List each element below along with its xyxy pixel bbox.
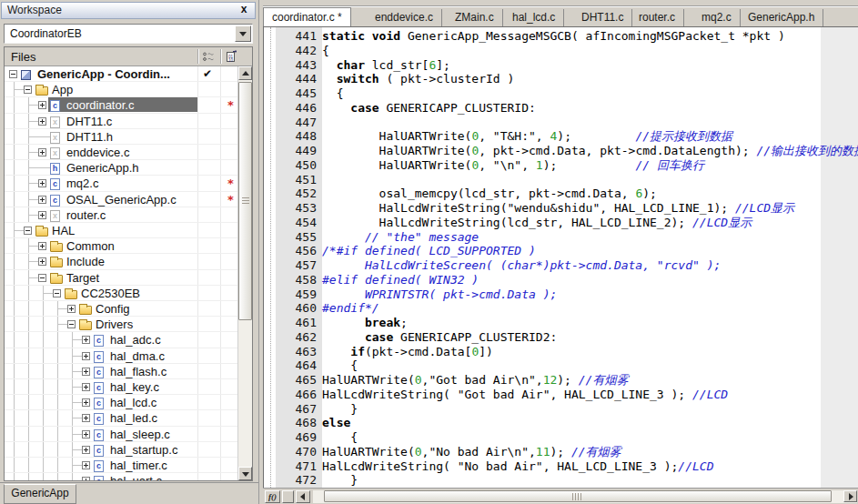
tree-item-dht11-c[interactable]: xDHT11.c — [5, 114, 237, 129]
expand-icon[interactable] — [38, 117, 46, 126]
files-header-label: Files — [11, 50, 35, 64]
tree-item-hal-key-c[interactable]: chal_key.c — [5, 379, 237, 395]
tree-guide-line — [43, 473, 44, 480]
tree-item-osal-genericapp-c[interactable]: cOSAL_GenericApp.c* — [5, 192, 237, 207]
line-number: 453 — [264, 201, 322, 216]
tree-item-hal-startup-c[interactable]: chal_startup.c — [5, 442, 237, 458]
tree-item-target[interactable]: Target — [5, 270, 237, 286]
configuration-dropdown[interactable]: CoordinatorEB — [4, 24, 253, 44]
expand-icon[interactable] — [82, 461, 90, 469]
editor-tab-coordinator-c[interactable]: coordinator.c * — [263, 7, 351, 26]
expand-icon[interactable] — [38, 257, 46, 266]
tree-item-enddevice-c[interactable]: xenddevice.c — [5, 145, 237, 160]
tree-guide-line — [14, 129, 15, 144]
tree-guide-line — [14, 395, 15, 409]
tree-item-genericapp-h[interactable]: hGenericApp.h — [5, 160, 237, 176]
editor-tab-enddevice-c[interactable]: enddevice.c — [367, 9, 442, 26]
collapse-icon[interactable] — [9, 70, 17, 78]
tree-guide-line — [14, 254, 15, 268]
scroll-down-button[interactable] — [238, 467, 252, 480]
tree-item-mq2-c[interactable]: cmq2.c* — [5, 176, 237, 191]
editor-horizontal-scrollbar[interactable]: f() — [263, 488, 858, 504]
expand-icon[interactable] — [82, 430, 90, 438]
c-file-icon: c — [94, 367, 104, 378]
expand-icon[interactable] — [82, 336, 90, 344]
close-icon[interactable]: x — [237, 4, 250, 16]
c-file-icon: c — [50, 195, 60, 207]
collapse-icon[interactable] — [67, 320, 76, 328]
scroll-up-button[interactable] — [238, 66, 252, 80]
tree-guide-line — [72, 449, 82, 450]
expand-icon[interactable] — [38, 101, 46, 109]
expand-icon[interactable] — [82, 414, 90, 422]
collapse-icon[interactable] — [24, 227, 32, 235]
bookmark-button[interactable] — [282, 490, 294, 503]
column-divider — [197, 49, 198, 64]
tree-item-hal-sleep-c[interactable]: chal_sleep.c — [5, 427, 237, 442]
tree-guide-line — [43, 395, 44, 409]
expand-icon[interactable] — [38, 148, 46, 156]
tree-item-hal-adc-c[interactable]: chal_adc.c — [5, 332, 237, 348]
editor-tab-router-c[interactable]: router.c — [631, 9, 684, 26]
h-file-icon: h — [50, 163, 60, 175]
tree-item-common[interactable]: Common — [5, 238, 237, 254]
collapse-icon[interactable] — [38, 274, 46, 282]
tree-item-label: hal_startup.c — [110, 443, 177, 457]
project-file-tree[interactable]: GenericApp - Coordin...✔Appccoordinator.… — [5, 66, 237, 480]
tree-item-include[interactable]: Include — [5, 254, 237, 269]
expand-icon[interactable] — [38, 242, 46, 250]
tree-item-hal-uart-c[interactable]: chal_uart.c — [5, 473, 237, 480]
expand-icon[interactable] — [82, 352, 90, 360]
line-number: 458 — [264, 273, 322, 287]
expand-icon[interactable] — [82, 446, 90, 454]
editor-tab-dht11-c[interactable]: DHT11.c — [573, 9, 632, 26]
tree-item-app[interactable]: App — [5, 82, 237, 97]
collapse-icon[interactable] — [24, 86, 32, 94]
tree-guide-line — [72, 371, 82, 372]
scroll-left-button[interactable] — [296, 490, 310, 503]
expand-icon[interactable] — [38, 179, 46, 187]
tree-guide-line — [14, 364, 15, 378]
tree-guide-line — [28, 473, 29, 480]
tree-guide-line — [28, 183, 38, 184]
tree-guide-line — [28, 379, 29, 394]
editor-tab-hal-lcd-c[interactable]: hal_lcd.c — [504, 9, 564, 26]
scroll-right-button[interactable] — [843, 490, 857, 502]
code-editor-area[interactable]: 441static void GenericApp_MessageMSGCB( … — [263, 26, 858, 488]
expand-icon[interactable] — [82, 477, 90, 480]
editor-tab-mq2-c[interactable]: mq2.c — [693, 9, 741, 26]
tree-item-hal-timer-c[interactable]: chal_timer.c — [5, 458, 237, 473]
tree-item-hal-dma-c[interactable]: chal_dma.c — [5, 348, 237, 364]
code-line-459: 459 WPRINTSTR( pkt->cmd.Data ); — [264, 287, 557, 302]
scrollbar-thumb[interactable] — [324, 490, 832, 502]
tree-item-hal-lcd-c[interactable]: chal_lcd.c — [5, 395, 237, 410]
expand-icon[interactable] — [82, 398, 90, 407]
code-line-462: 462 case GENERICAPP_CLUSTERID2: — [264, 330, 557, 345]
scrollbar-track[interactable] — [313, 490, 857, 503]
tree-item-hal-led-c[interactable]: chal_led.c — [5, 410, 237, 426]
workspace-tab-genericapp[interactable]: GenericApp — [4, 484, 76, 504]
dropdown-arrow-button[interactable] — [235, 25, 251, 42]
tree-item-config[interactable]: Config — [5, 301, 237, 317]
tree-item-router-c[interactable]: xrouter.c — [5, 207, 237, 223]
tree-item-drivers[interactable]: Drivers — [5, 317, 237, 332]
tree-vertical-scrollbar[interactable] — [237, 66, 252, 480]
tree-item-coordinator-c[interactable]: ccoordinator.c* — [5, 97, 237, 113]
expand-icon[interactable] — [67, 305, 76, 313]
workspace-panel: Workspace x CoordinatorEB Files 0110 Gen… — [0, 0, 259, 504]
expand-icon[interactable] — [38, 196, 46, 204]
expand-icon[interactable] — [38, 211, 46, 219]
editor-tab-genericapp-h[interactable]: GenericApp.h — [740, 9, 823, 26]
expand-icon[interactable] — [82, 368, 90, 376]
tree-item-dht11-h[interactable]: xDHT11.h — [5, 129, 237, 145]
tree-item-genericapp-coordin[interactable]: GenericApp - Coordin...✔ — [5, 66, 237, 82]
collapse-icon[interactable] — [53, 289, 61, 297]
tree-item-cc2530eb[interactable]: CC2530EB — [5, 286, 237, 301]
goto-function-button[interactable]: f() — [265, 490, 280, 503]
scrollbar-thumb[interactable] — [238, 82, 252, 320]
tree-item-hal-flash-c[interactable]: chal_flash.c — [5, 364, 237, 379]
tree-guide-line — [57, 332, 58, 347]
expand-icon[interactable] — [82, 383, 90, 391]
tree-item-hal[interactable]: HAL — [5, 223, 237, 238]
editor-tab-zmain-c[interactable]: ZMain.c — [447, 9, 503, 26]
